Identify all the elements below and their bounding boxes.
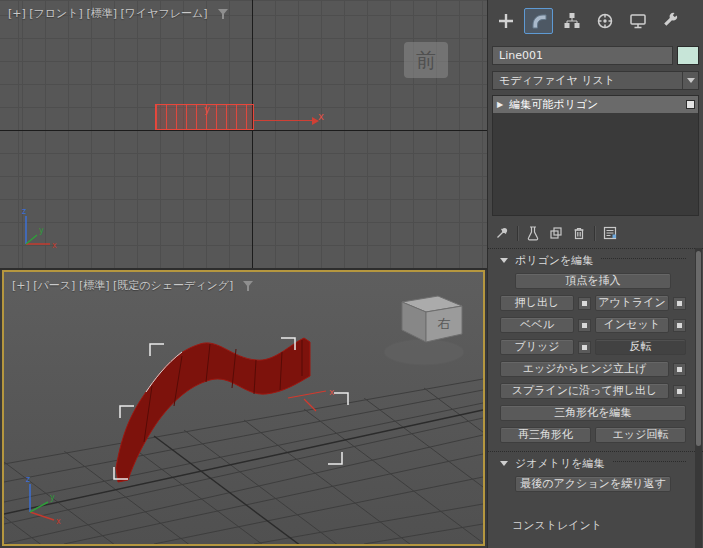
world-axis-tripod: z x y [16,472,64,528]
show-end-result-icon[interactable] [525,225,541,241]
front-grid-axis-horizontal [0,130,487,131]
object-name-field[interactable]: Line001 [492,46,673,65]
rollout-title: ジオメトリを編集 [515,456,605,471]
expand-arrow-icon[interactable]: ▶ [497,100,503,109]
toolbar-separator [517,226,518,241]
display-icon [628,11,648,31]
extrude-button[interactable]: 押し出し [500,295,574,311]
modifier-stack-toolbar [494,221,699,245]
viewcube-front-label: 前 [416,47,436,74]
rollout-header-edit-polygons[interactable]: ポリゴンを編集 [500,252,686,268]
hinge-from-edge-button[interactable]: エッジからヒンジ立上げ [500,361,669,377]
ground-grid [4,379,483,544]
modifier-list-dropdown[interactable]: モディファイヤ リスト [492,71,699,90]
gizmo-y-label: y [204,104,210,115]
gizmo-x-label: x [318,111,324,122]
insert-vertex-button[interactable]: 頂点を挿入 [515,273,671,289]
rollout-separator [488,248,703,249]
modifier-stack-list[interactable]: ▶ 編集可能ポリゴン [492,95,699,216]
command-panel-tabs [491,8,685,36]
tab-create[interactable] [491,8,520,34]
bridge-settings-icon[interactable] [578,341,591,354]
editable-poly-object[interactable] [116,338,310,482]
turn-edge-button[interactable]: エッジ回転 [595,427,686,443]
rollout-title: ポリゴンを編集 [515,253,593,268]
extrude-along-spline-button[interactable]: スプラインに沿って押し出し [500,383,669,399]
viewport-perspective[interactable]: x 右 [+] [パース] [標準] [既定のシェーディング] z x y [2,270,485,546]
bevel-settings-icon[interactable] [578,319,591,332]
bridge-button[interactable]: ブリッジ [500,339,574,355]
world-axis-tripod: z x y [14,204,62,256]
viewcube-perspective[interactable]: 右 [384,296,464,365]
object-color-swatch[interactable] [677,46,699,65]
scrollbar-thumb[interactable] [696,251,701,446]
panel-scrollbar[interactable] [695,248,702,548]
axis-y-label: y [39,226,44,235]
tab-modify[interactable] [524,8,553,34]
motion-icon [595,11,615,31]
name-and-color-row: Line001 [492,46,699,65]
viewport-perspective-header[interactable]: [+] [パース] [標準] [既定のシェーディング] [12,278,253,293]
viewcube-perspective-label: 右 [438,316,451,331]
retriangulate-button[interactable]: 再三角形化 [500,427,591,443]
flip-button[interactable]: 反転 [595,339,686,355]
gizmo-x-label: x [329,387,335,397]
viewport-front[interactable]: y x [+] [フロント] [標準] [ワイヤフレーム] 前 z x y [0,0,487,268]
hinge-from-edge-settings-icon[interactable] [673,363,686,376]
viewport-perspective-label[interactable]: [+] [パース] [標準] [既定のシェーディング] [12,278,233,293]
axis-x-label: x [56,517,61,526]
pin-stack-icon[interactable] [494,225,510,241]
inset-button[interactable]: インセット [595,317,669,333]
rollout-header-fill [601,258,686,259]
collapse-arrow-icon [500,461,508,466]
command-panel: Line001 モディファイヤ リスト ▶ 編集可能ポリゴン [488,0,703,548]
toolbar-separator [594,226,595,241]
modifier-display-toggle-icon[interactable] [686,100,695,109]
outline-button[interactable]: アウトライン [595,295,669,311]
dropdown-arrow-button[interactable] [682,72,698,89]
modifier-stack-item[interactable]: ▶ 編集可能ポリゴン [493,96,698,113]
inset-settings-icon[interactable] [673,319,686,332]
hierarchy-icon [562,11,582,31]
modifier-stack-item-label: 編集可能ポリゴン [509,97,686,112]
tab-hierarchy[interactable] [557,8,586,34]
extrude-settings-icon[interactable] [578,297,591,310]
rollout-header-fill [613,461,686,462]
axis-x-label: x [52,241,57,250]
3dsmax-window: y x [+] [フロント] [標準] [ワイヤフレーム] 前 z x y [0,0,703,548]
tab-display[interactable] [623,8,652,34]
rollout-header-edit-geometry[interactable]: ジオメトリを編集 [500,455,686,471]
repeat-last-button[interactable]: 最後のアクションを繰り返す [515,476,671,492]
front-grid-axis-vertical [252,0,253,268]
modify-icon [529,11,549,31]
gizmo-x-axis [254,120,312,121]
tab-motion[interactable] [590,8,619,34]
axis-y-label: y [50,493,55,502]
edit-polygons-buttons: 頂点を挿入 押し出し アウトライン ベベル インセット ブリッジ 反転 [500,273,686,443]
axis-z-label: z [26,475,30,484]
filter-funnel-icon[interactable] [243,280,253,292]
collapse-arrow-icon [500,258,508,263]
perspective-scene: x 右 [4,272,483,544]
constraints-group-label: コンストレイント [512,518,686,533]
extrude-along-spline-settings-icon[interactable] [673,385,686,398]
viewport-front-header[interactable]: [+] [フロント] [標準] [ワイヤフレーム] [8,6,228,21]
make-unique-icon[interactable] [548,225,564,241]
axis-z-label: z [22,207,26,216]
viewcube-front[interactable]: 前 [404,42,448,78]
utilities-icon [661,11,681,31]
chevron-down-icon [687,78,695,83]
filter-funnel-icon[interactable] [218,8,228,20]
create-icon [496,11,516,31]
viewport-front-label[interactable]: [+] [フロント] [標準] [ワイヤフレーム] [8,6,208,21]
rollout-separator [488,451,703,452]
edit-triangulation-button[interactable]: 三角形化を編集 [500,405,686,421]
tab-utilities[interactable] [656,8,685,34]
outline-settings-icon[interactable] [673,297,686,310]
rollout-area: ポリゴンを編集 頂点を挿入 押し出し アウトライン ベベル インセット [488,248,703,548]
bevel-button[interactable]: ベベル [500,317,574,333]
modifier-list-label: モディファイヤ リスト [493,73,682,88]
configure-modifier-sets-icon[interactable] [602,225,618,241]
remove-modifier-icon[interactable] [571,225,587,241]
